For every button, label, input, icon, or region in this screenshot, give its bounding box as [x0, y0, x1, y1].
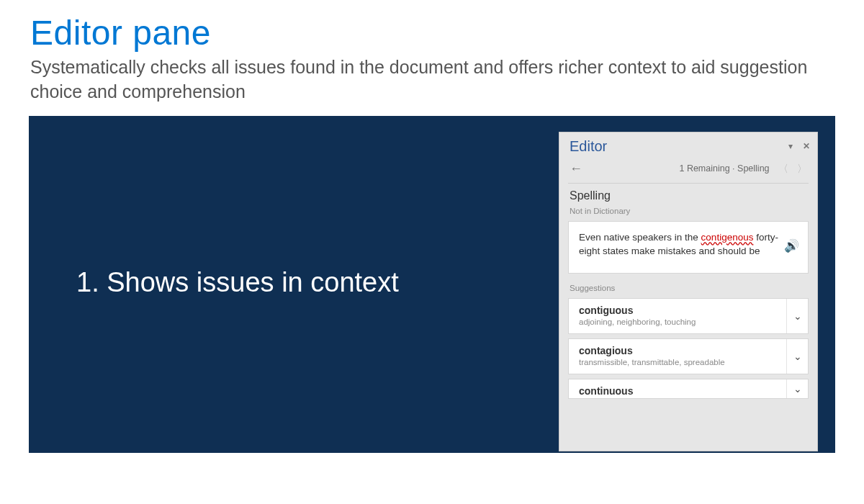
suggestion-synonyms: transmissible, transmittable, spreadable — [579, 358, 799, 366]
slide-title: Editor pane — [30, 13, 864, 53]
remaining-label: 1 Remaining · Spelling — [679, 163, 769, 174]
bullet-line: 1. Shows issues in context — [76, 267, 399, 298]
chevron-down-icon[interactable]: ⌄ — [786, 299, 808, 333]
suggestion-synonyms: adjoining, neighboring, touching — [579, 318, 799, 326]
suggestion-word: contiguous — [579, 305, 799, 316]
pane-header: Editor ▾ ✕ — [559, 132, 817, 158]
suggestion-word: contagious — [579, 345, 799, 356]
back-icon[interactable]: ← — [570, 162, 582, 175]
suggestion-list: contiguous adjoining, neighboring, touch… — [568, 298, 809, 399]
suggestions-label: Suggestions — [570, 284, 807, 292]
suggestion-item[interactable]: contiguous adjoining, neighboring, touch… — [568, 298, 809, 334]
issue-category: Not in Dictionary — [570, 207, 807, 215]
editor-pane: Editor ▾ ✕ ← 1 Remaining · Spelling 〈 〉 … — [559, 132, 818, 451]
flagged-word: contigenous — [701, 232, 754, 243]
context-card: Even native speakers in the contigenous … — [568, 221, 809, 274]
divider — [568, 183, 809, 184]
suggestion-item[interactable]: continuous ⌄ — [568, 379, 809, 399]
prev-issue-icon[interactable]: 〈 — [775, 163, 791, 176]
chevron-down-icon[interactable]: ⌄ — [786, 379, 808, 398]
pane-options-icon[interactable]: ▾ — [788, 141, 793, 151]
suggestion-item[interactable]: contagious transmissible, transmittable,… — [568, 338, 809, 374]
context-text-pre: Even native speakers in the — [579, 232, 701, 243]
speaker-icon[interactable]: 🔊 — [784, 238, 799, 256]
next-issue-icon[interactable]: 〉 — [794, 163, 810, 176]
pane-nav: ← 1 Remaining · Spelling 〈 〉 — [559, 158, 817, 183]
suggestion-word: continuous — [579, 385, 799, 397]
close-icon[interactable]: ✕ — [803, 141, 810, 151]
chevron-down-icon[interactable]: ⌄ — [786, 339, 808, 374]
section-title: Spelling — [570, 189, 807, 202]
content-block: 1. Shows issues in context Editor ▾ ✕ ← … — [29, 116, 835, 453]
slide-description: Systematically checks all issues found i… — [30, 55, 821, 104]
pane-title: Editor — [570, 138, 607, 155]
